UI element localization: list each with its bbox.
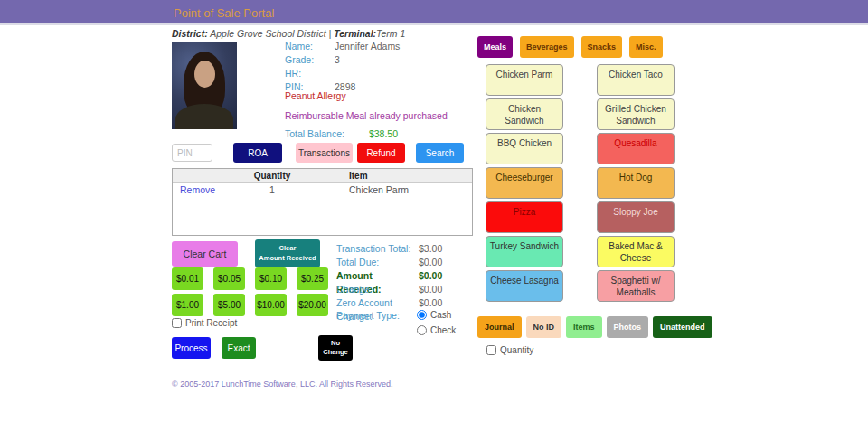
breadcrumb: District: Apple Grove School District | … [172, 28, 405, 39]
roa-button[interactable]: ROA [233, 143, 282, 163]
exact-button[interactable]: Exact [222, 337, 256, 359]
totals-panel: Transaction Total: $3.00 Total Due: $0.0… [336, 242, 442, 310]
cart-header-quantity: Quantity [218, 169, 326, 182]
amount-received-value: $0.00 [419, 269, 442, 283]
tab-meals[interactable]: Meals [477, 36, 513, 58]
student-photo [172, 42, 237, 129]
cash-option: Cash [417, 307, 456, 323]
photo-body-shape [175, 104, 233, 129]
refund-button[interactable]: Refund [357, 143, 405, 163]
copyright-text: © 2005-2017 LunchTime Software, LLC. All… [172, 379, 392, 389]
page-title: Point of Sale Portal [174, 6, 274, 20]
zero-account-change-label: Zero Account Change: [336, 296, 419, 310]
tab-beverages[interactable]: Beverages [520, 36, 574, 58]
check-radio[interactable] [417, 325, 427, 335]
cart-table: Quantity Item Remove 1 Chicken Parm [172, 168, 473, 236]
district-value: Apple Grove School District [210, 28, 326, 39]
menu-item[interactable]: Cheese Lasagna [486, 270, 563, 302]
no-change-line2: Change [323, 348, 348, 356]
grade-value: 3 [335, 53, 340, 67]
clear-cart-button[interactable]: Clear Cart [172, 241, 238, 267]
cart-header-action [173, 169, 218, 182]
menu-item[interactable]: Pizza [486, 201, 563, 233]
menu-item[interactable]: Quesadilla [597, 133, 675, 164]
check-option: Check [417, 323, 456, 338]
menu-item[interactable]: Hot Dog [597, 167, 675, 199]
cash-radio[interactable] [417, 310, 427, 320]
meal-status-alert: Reimbursable Meal already purchased [285, 110, 448, 121]
no-id-button[interactable]: No ID [526, 316, 562, 338]
menu-item[interactable]: Turkey Sandwich [486, 236, 563, 267]
items-button[interactable]: Items [566, 316, 602, 338]
quantity-checkbox[interactable] [486, 345, 496, 355]
clear-amount-line1: Clear [279, 244, 297, 252]
denom-button[interactable]: $0.10 [255, 267, 287, 290]
amount-received-label: Amount Received: [336, 269, 419, 283]
transaction-total-value: $3.00 [419, 242, 442, 256]
terminal-label: Terminal: [334, 28, 376, 39]
total-row: Transaction Total: $3.00 [336, 242, 442, 256]
menu-item[interactable]: Chicken Sandwich [486, 98, 563, 130]
name-label: Name: [285, 40, 335, 53]
info-row-name: Name: Jennifer Adams [285, 40, 400, 53]
denom-button[interactable]: $0.05 [213, 267, 245, 290]
balance-label: Total Balance: [285, 128, 366, 139]
journal-button[interactable]: Journal [477, 316, 522, 338]
menu-item[interactable]: Grilled Chicken Sandwich [597, 98, 675, 130]
tab-misc[interactable]: Misc. [629, 36, 663, 58]
search-button[interactable]: Search [416, 143, 464, 163]
district-label: District: [172, 28, 208, 39]
pin-input[interactable] [172, 144, 212, 162]
category-tabs: Meals Beverages Snacks Misc. [477, 36, 663, 58]
menu-item[interactable]: Chicken Parm [486, 64, 563, 96]
tab-snacks[interactable]: Snacks [581, 36, 623, 58]
total-row: Total Due: $0.00 [336, 256, 442, 269]
cash-option-label: Cash [430, 310, 451, 320]
menu-item[interactable]: Cheeseburger [486, 167, 563, 199]
cart-cell-quantity: 1 [218, 183, 326, 198]
denom-button[interactable]: $0.01 [172, 267, 203, 290]
denomination-grid: $0.01 $0.05 $0.10 $0.25 $1.00 $5.00 $10.… [172, 267, 328, 316]
total-row: Change: $0.00 [336, 283, 442, 296]
table-row: Remove 1 Chicken Parm [173, 183, 472, 198]
no-change-button[interactable]: No Change [318, 335, 353, 361]
quantity-label: Quantity [500, 345, 533, 355]
process-button[interactable]: Process [172, 337, 211, 359]
remove-link[interactable]: Remove [180, 184, 215, 195]
denom-button[interactable]: $20.00 [297, 294, 328, 316]
unattended-button[interactable]: Unattended [653, 316, 712, 338]
transactions-button[interactable]: Transactions [296, 143, 353, 163]
quantity-option: Quantity [486, 345, 533, 355]
pos-app: Point of Sale Portal District: Apple Gro… [0, 0, 868, 431]
denom-button[interactable]: $10.00 [255, 294, 287, 316]
menu-item[interactable]: BBQ Chicken [486, 133, 563, 164]
clear-amount-received-button[interactable]: Clear Amount Received [255, 239, 320, 267]
menu-item[interactable]: Baked Mac & Cheese [597, 236, 675, 267]
denom-button[interactable]: $0.25 [297, 267, 328, 290]
change-label: Change: [336, 283, 419, 296]
payment-type-options: Cash Check [417, 307, 456, 338]
mode-buttons: Journal No ID Items Photos Unattended [477, 316, 712, 338]
app-header: Point of Sale Portal [0, 0, 868, 25]
menu-item[interactable]: Spaghetti w/ Meatballs [597, 270, 675, 302]
print-receipt-checkbox[interactable] [172, 318, 182, 328]
total-row: Amount Received: $0.00 [336, 269, 442, 283]
total-due-label: Total Due: [336, 256, 419, 269]
balance-value: $38.50 [369, 128, 398, 139]
photos-button[interactable]: Photos [607, 316, 649, 338]
terminal-value: Term 1 [376, 28, 405, 39]
change-value: $0.00 [419, 283, 442, 296]
denom-button[interactable]: $1.00 [172, 294, 203, 316]
grade-label: Grade: [285, 53, 335, 67]
cart-header-item: Item [326, 169, 472, 182]
menu-item[interactable]: Chicken Taco [597, 64, 675, 96]
check-option-label: Check [430, 325, 456, 335]
no-change-line1: No [331, 339, 340, 347]
denom-button[interactable]: $5.00 [213, 294, 245, 316]
transaction-total-label: Transaction Total: [336, 242, 419, 256]
payment-type-label: Payment Type: [336, 310, 400, 321]
student-info: Name: Jennifer Adams Grade: 3 HR: PIN: 2… [285, 40, 400, 94]
name-value: Jennifer Adams [335, 40, 400, 53]
menu-item[interactable]: Sloppy Joe [597, 201, 675, 233]
photo-face-shape [194, 61, 215, 88]
